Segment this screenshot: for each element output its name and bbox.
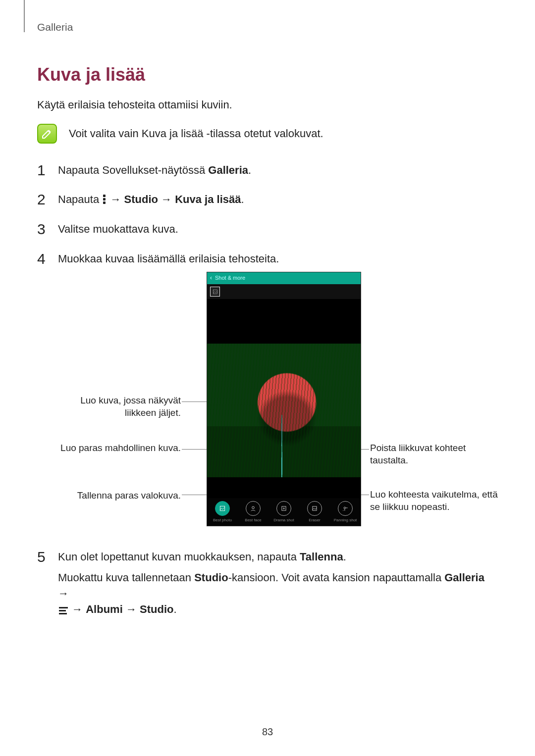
thumbnail-bar	[207, 284, 361, 299]
svg-point-6	[344, 507, 346, 509]
tool-label: Panning shot	[334, 517, 357, 523]
s5l2-pre: Muokattu kuva tallennetaan	[58, 571, 194, 584]
note-text: Voit valita vain Kuva ja lisää -tilassa …	[69, 126, 323, 142]
tool-label: Drama shot	[273, 517, 294, 523]
s5l1-post: .	[343, 551, 346, 563]
black-area	[207, 299, 361, 344]
step5-line2: Muokattu kuva tallennetaan Studio-kansio…	[58, 570, 498, 617]
thumbnail-icon	[210, 287, 220, 297]
s5l1-pre: Kun olet lopettanut kuvan muokkauksen, n…	[58, 551, 300, 563]
intro-text: Käytä erilaisia tehosteita ottamiisi kuv…	[37, 97, 498, 113]
photo-preview	[207, 344, 361, 477]
tool-icon	[276, 501, 291, 516]
phone-figure: Luo kuva, jossa näkyvät liikkeen jäljet.…	[58, 272, 514, 534]
phone-screenshot: ‹ Shot & more	[207, 272, 361, 526]
tool-best-face[interactable]: Best face	[238, 498, 268, 526]
tool-label: Eraser	[309, 517, 321, 523]
s5l1-b: Tallenna	[300, 551, 343, 563]
step-5: Kun olet lopettanut kuvan muokkauksen, n…	[37, 549, 498, 617]
s5l2-mid: -kansioon. Voit avata kansion napauttama…	[228, 571, 445, 584]
tool-label: Best face	[245, 517, 261, 523]
step1-pre: Napauta Sovellukset-näytössä	[58, 164, 208, 176]
step-3: Valitse muokattava kuva.	[37, 221, 498, 237]
svg-point-4	[283, 508, 284, 509]
step2-arrow1: →	[107, 193, 124, 205]
tool-label: Best photo	[213, 517, 232, 523]
step4-text: Muokkaa kuvaa lisäämällä erilaisia tehos…	[58, 251, 498, 267]
section-title: Kuva ja lisää	[37, 62, 498, 88]
tool-icon	[215, 501, 230, 516]
more-options-icon	[103, 195, 106, 204]
callout-panning: Luo kohteesta vaikutelma, että se liikku…	[370, 489, 504, 513]
step2-b2: Kuva ja lisää	[175, 193, 241, 205]
step2-b1: Studio	[124, 193, 158, 205]
page-margin-bar	[24, 0, 25, 32]
back-chevron-icon: ‹	[210, 274, 212, 282]
guide-line	[281, 415, 282, 477]
tool-icon	[338, 501, 353, 516]
s5l2-arrow1: →	[58, 587, 69, 600]
note-block: Voit valita vain Kuva ja lisää -tilassa …	[37, 124, 498, 144]
step-4: Muokkaa kuvaa lisäämällä erilaisia tehos…	[37, 251, 498, 534]
phone-header: ‹ Shot & more	[207, 272, 361, 284]
s5l3-b1: Albumi	[86, 603, 123, 615]
svg-point-2	[252, 506, 255, 509]
s5l3-post: .	[173, 603, 176, 615]
phone-header-title: Shot & more	[215, 274, 245, 282]
breadcrumb: Galleria	[37, 20, 498, 35]
svg-rect-1	[220, 506, 224, 510]
menu-list-icon	[59, 607, 68, 614]
step2-post: .	[241, 193, 244, 205]
note-icon	[37, 124, 57, 144]
tool-drama-shot[interactable]: Drama shot	[268, 498, 299, 526]
step-1: Napauta Sovellukset-näytössä Galleria.	[37, 162, 498, 178]
tool-icon	[246, 501, 261, 516]
tool-panning-shot[interactable]: Panning shot	[330, 498, 361, 526]
step1-bold: Galleria	[208, 164, 248, 176]
s5l3-arrow2: →	[123, 603, 140, 615]
step5-line1: Kun olet lopettanut kuvan muokkauksen, n…	[58, 549, 498, 565]
s5l3-b2: Studio	[140, 603, 173, 615]
tool-row: Best photo Best face Drama shot Eraser	[207, 498, 361, 526]
svg-rect-3	[282, 506, 286, 510]
s5l2-b2: Galleria	[444, 571, 484, 584]
callout-eraser: Poista liikkuvat kohteet taustalta.	[370, 442, 504, 466]
step2-pre: Napauta	[58, 193, 102, 205]
page-number: 83	[0, 725, 535, 739]
callout-motion-trail: Luo kuva, jossa näkyvät liikkeen jäljet.	[58, 395, 181, 419]
step1-post: .	[248, 164, 251, 176]
s5l2-b1: Studio	[194, 571, 228, 584]
s5l3-arrow1: →	[69, 603, 86, 615]
callout-best-photo: Luo paras mahdollinen kuva.	[58, 442, 181, 454]
tool-eraser[interactable]: Eraser	[299, 498, 330, 526]
black-area	[207, 477, 361, 499]
step-2: Napauta → Studio → Kuva ja lisää.	[37, 192, 498, 207]
step2-arrow2: →	[158, 193, 175, 205]
tool-best-photo[interactable]: Best photo	[207, 498, 238, 526]
tool-icon	[307, 501, 322, 516]
callout-save-best: Tallenna paras valokuva.	[58, 490, 181, 502]
steps-list: Napauta Sovellukset-näytössä Galleria. N…	[37, 162, 498, 617]
